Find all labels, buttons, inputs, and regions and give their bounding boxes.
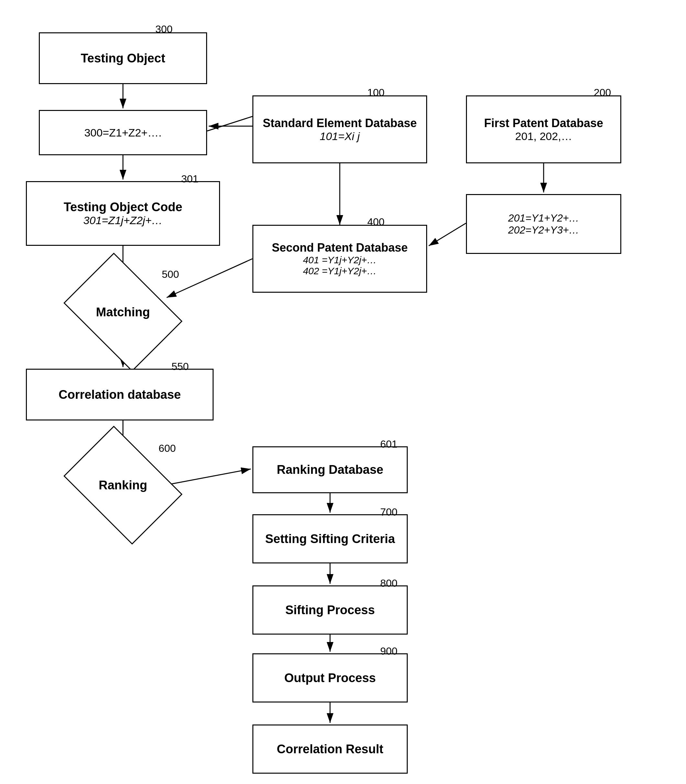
svg-line-15 bbox=[429, 223, 466, 246]
testing-object-label: Testing Object bbox=[80, 51, 165, 65]
ranking-label: Ranking bbox=[74, 450, 172, 521]
svg-line-16 bbox=[207, 116, 252, 131]
output-process-box: Output Process bbox=[252, 654, 408, 703]
pd-label2: 202=Y2+Y3+… bbox=[508, 224, 579, 236]
fpd-label2: 201, 202,… bbox=[515, 130, 572, 143]
label-800: 800 bbox=[380, 577, 397, 589]
toc-label1: Testing Object Code bbox=[64, 200, 183, 214]
spd-label1: Second Patent Database bbox=[272, 241, 408, 254]
correlation-db-label: Correlation database bbox=[59, 388, 181, 402]
testing-object-code-box: Testing Object Code 301=Z1j+Z2j+… bbox=[26, 181, 220, 246]
setting-sifting-label: Setting Sifting Criteria bbox=[265, 532, 395, 546]
matching-label: Matching bbox=[74, 277, 172, 348]
correlation-db-box: Correlation database bbox=[26, 369, 214, 421]
spd-label3: 402 =Y1j+Y2j+… bbox=[303, 266, 377, 277]
fpd-label1: First Patent Database bbox=[484, 116, 603, 130]
label-301: 301 bbox=[181, 173, 198, 185]
second-patent-db-box: Second Patent Database 401 =Y1j+Y2j+… 40… bbox=[252, 225, 427, 293]
label-100: 100 bbox=[367, 87, 384, 99]
label-200: 200 bbox=[594, 87, 611, 99]
label-900: 900 bbox=[380, 645, 397, 657]
patent-decompose-box: 201=Y1+Y2+… 202=Y2+Y3+… bbox=[466, 194, 621, 254]
toc-label2: 301=Z1j+Z2j+… bbox=[83, 214, 163, 227]
svg-line-13 bbox=[167, 259, 252, 298]
pd-label1: 201=Y1+Y2+… bbox=[508, 212, 579, 224]
label-300: 300 bbox=[155, 23, 173, 35]
sifting-process-box: Sifting Process bbox=[252, 585, 408, 634]
first-patent-db-box: First Patent Database 201, 202,… bbox=[466, 95, 621, 163]
sed-label1: Standard Element Database bbox=[263, 116, 417, 130]
correlation-result-box: Correlation Result bbox=[252, 724, 408, 774]
flowchart-diagram: Testing Object 300 300=Z1+Z2+…. Testing … bbox=[0, 0, 686, 784]
ranking-diamond: Ranking bbox=[74, 450, 172, 521]
label-400: 400 bbox=[367, 216, 384, 228]
label-601: 601 bbox=[380, 438, 397, 450]
label-550: 550 bbox=[172, 361, 189, 373]
ranking-db-box: Ranking Database bbox=[252, 447, 408, 493]
sifting-process-label: Sifting Process bbox=[286, 603, 375, 617]
testing-object-box: Testing Object bbox=[39, 33, 207, 84]
sed-label2: 101=Xi j bbox=[320, 130, 360, 143]
standard-element-db-box: Standard Element Database 101=Xi j bbox=[252, 95, 427, 163]
spd-label2: 401 =Y1j+Y2j+… bbox=[303, 254, 377, 266]
decompose-box: 300=Z1+Z2+…. bbox=[39, 110, 207, 155]
matching-diamond: Matching bbox=[74, 277, 172, 348]
setting-sifting-box: Setting Sifting Criteria bbox=[252, 514, 408, 564]
output-process-label: Output Process bbox=[284, 671, 376, 685]
decompose-label: 300=Z1+Z2+…. bbox=[84, 127, 162, 139]
label-700: 700 bbox=[380, 506, 397, 518]
ranking-db-label: Ranking Database bbox=[277, 463, 383, 477]
correlation-result-label: Correlation Result bbox=[277, 742, 383, 756]
svg-line-6 bbox=[165, 469, 251, 485]
